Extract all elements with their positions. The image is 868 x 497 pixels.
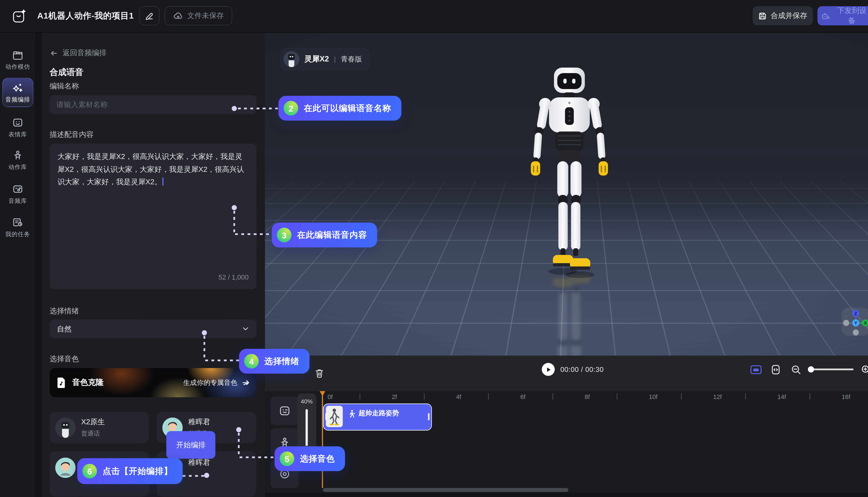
char-counter: 52 / 1,000 (219, 271, 249, 283)
back-to-audio-arrange-link[interactable]: 返回音频编排 (50, 48, 107, 58)
sidebar-item-label: 动作模仿 (5, 63, 30, 71)
robot-3d-viewport[interactable]: 灵犀X2 | 青春版 (265, 32, 868, 356)
sidebar-item-label: 我的任务 (5, 230, 30, 238)
music-library-icon (12, 183, 24, 195)
ruler-label: 6f (520, 393, 526, 400)
clip-title: 超帅走路姿势 (359, 409, 399, 418)
top-bar: A1机器人动作-我的项目1 文件未保存 合成并保存 下发到设备 (0, 0, 868, 33)
timeline-horizontal-scrollbar[interactable] (323, 488, 569, 492)
ruler-label: 16f (842, 393, 850, 400)
guide-step-2: 2 在此可以编辑语音名称 (278, 96, 401, 120)
guide-connector-dot (232, 106, 237, 111)
emotion-field-label: 选择情绪 (50, 306, 79, 316)
sidebar-item-my-tasks[interactable]: 我的任务 (2, 212, 33, 242)
expression-track-icon[interactable] (271, 397, 299, 425)
guide-connector-dot (204, 473, 209, 478)
playhead-line[interactable] (322, 393, 323, 488)
timeline-panel: 00:00 / 00:30 0f 2f 4f 6f 8f 10f 12f 14f (265, 356, 868, 497)
voice-name-input[interactable] (50, 95, 256, 114)
timeline-toolbar: 00:00 / 00:30 (265, 356, 868, 391)
arrow-right-icon (242, 379, 250, 386)
rename-project-button[interactable] (139, 6, 159, 25)
deploy-to-device-button[interactable]: 下发到设备 (817, 6, 868, 25)
text-cursor (162, 178, 163, 185)
sidebar-item-expression-library[interactable]: 表情库 (2, 113, 33, 142)
clip-trim-handle-left[interactable] (325, 413, 327, 420)
robot-avatar (55, 417, 75, 438)
play-button[interactable] (542, 363, 555, 376)
sidebar-item-motion-mimic[interactable]: 动作模仿 (2, 45, 33, 74)
auto-fit-toggle-icon[interactable] (750, 364, 762, 375)
time-display: 00:00 / 00:30 (560, 366, 604, 374)
svg-text:Y: Y (854, 320, 857, 326)
svg-text:Z: Z (854, 311, 857, 316)
sidebar-item-audio-arrange[interactable]: 音频编排 (2, 78, 33, 107)
axis-gizmo[interactable]: Z X Y (842, 308, 868, 336)
timeline-clip-walk-pose[interactable]: 超帅走路姿势 (323, 403, 432, 430)
voice-content-textarea[interactable]: 大家好，我是灵犀X2，很高兴认识大家，大家好，我是灵犀X2，很高兴认识大家，大家… (50, 144, 256, 289)
panel-title: 合成语音 (50, 67, 84, 78)
voice-name: X2原生 (81, 417, 105, 427)
sidebar-item-label: 表情库 (9, 130, 27, 138)
voice-name: 稚晖君 (188, 417, 210, 427)
ruler-label: 4f (456, 393, 461, 400)
guide-connector (233, 211, 235, 235)
timeline-ruler[interactable]: 0f 2f 4f 6f 8f 10f 12f 14f 16f (265, 391, 868, 403)
model-name: 灵犀X2 (305, 54, 329, 64)
guide-step-number: 6 (82, 464, 97, 479)
main-sidebar: 动作模仿 音频编排 表情库 动作库 音频库 我的任务 (0, 32, 36, 497)
file-unsaved-label: 文件未保存 (187, 11, 224, 21)
delete-clip-button[interactable] (314, 368, 324, 378)
svg-text:X: X (864, 320, 867, 326)
app-window: A1机器人动作-我的项目1 文件未保存 合成并保存 下发到设备 动作模仿 音频编… (0, 0, 868, 497)
guide-step-number: 3 (277, 228, 291, 242)
sparkles-icon (12, 81, 24, 93)
clip-thumbnail (326, 406, 343, 427)
robot-avatar (283, 51, 299, 67)
sidebar-item-label: 音频库 (9, 197, 27, 205)
guide-step-5: 5 选择音色 (275, 446, 345, 471)
project-title: A1机器人动作-我的项目1 (37, 11, 134, 22)
guide-connector (238, 108, 278, 109)
volume-slider[interactable] (306, 409, 308, 450)
fit-width-button[interactable] (771, 364, 781, 375)
timeline-bottom-strip (265, 493, 868, 497)
humanoid-robot-model[interactable] (514, 67, 625, 356)
emotion-select[interactable]: 自然 (50, 320, 256, 338)
guide-connector (183, 475, 204, 477)
name-field-label: 编辑名称 (50, 81, 79, 91)
sidebar-item-label: 音频编排 (5, 96, 30, 103)
voice-clone-banner[interactable]: 音色克隆 生成你的专属音色 (50, 368, 256, 397)
guide-step-text: 选择音色 (300, 453, 335, 464)
zoom-slider-handle[interactable] (808, 366, 814, 372)
robot-download-icon (821, 11, 830, 20)
cloud-icon (173, 11, 183, 21)
emotion-selected-value: 自然 (57, 324, 71, 334)
clip-trim-handle-right[interactable] (428, 413, 430, 420)
guide-step-number: 2 (283, 101, 298, 115)
guide-connector-dot (202, 330, 207, 335)
content-field-label: 描述配音内容 (50, 130, 94, 140)
badge-divider: | (334, 55, 336, 63)
guide-step-text: 在此编辑语音内容 (297, 230, 367, 240)
back-arrow-icon (50, 49, 58, 57)
pencil-icon (145, 11, 154, 20)
task-list-icon (12, 216, 24, 228)
ruler-label: 8f (585, 393, 590, 400)
timeline-zoom-slider[interactable] (809, 369, 854, 370)
model-badge: 灵犀X2 | 青春版 (280, 48, 370, 70)
file-unsaved-button[interactable]: 文件未保存 (165, 6, 232, 25)
start-arrange-button[interactable]: 开始编排 (166, 431, 215, 459)
voice-card-x2-native[interactable]: X2原生 普通话 (50, 412, 149, 443)
ruler-label: 2f (392, 393, 397, 400)
guide-connector-dot (236, 427, 241, 432)
chevron-down-icon (242, 325, 249, 332)
person-avatar (55, 458, 75, 478)
sidebar-item-motion-library[interactable]: 动作库 (2, 145, 33, 175)
person-icon (12, 149, 24, 161)
sidebar-item-audio-library[interactable]: 音频库 (2, 179, 33, 209)
zoom-in-button[interactable] (861, 365, 868, 375)
ruler-label: 14f (778, 393, 786, 400)
save-and-synthesize-button[interactable]: 合成并保存 (753, 6, 813, 25)
zoom-out-button[interactable] (791, 365, 801, 375)
